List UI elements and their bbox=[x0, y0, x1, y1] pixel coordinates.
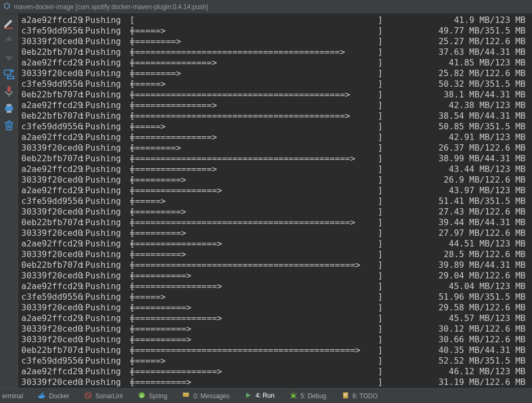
layer-hash: c3fe59dd9556 bbox=[21, 356, 80, 366]
progress-bar: =========> bbox=[130, 36, 378, 47]
layer-hash: a2ae92ffcd29 bbox=[21, 57, 80, 68]
toolwindow-debug-label: 5: Debug bbox=[301, 392, 327, 400]
layer-size: 38.54 MB/44.31 MB bbox=[383, 111, 532, 121]
layer-hash: c3fe59dd9556 bbox=[21, 292, 80, 302]
bracket-right: ] bbox=[378, 366, 383, 377]
layer-size: 25.82 MB/122.6 MB bbox=[383, 68, 532, 79]
bracket-right: ] bbox=[378, 143, 383, 153]
edit-icon[interactable] bbox=[3, 17, 15, 29]
layer-action: Pushing bbox=[85, 143, 124, 153]
layer-action: Pushing bbox=[85, 47, 124, 57]
bracket-left: [ bbox=[124, 260, 130, 270]
bracket-left: [ bbox=[124, 153, 130, 164]
layer-action: Pushing bbox=[85, 281, 124, 292]
colon: : bbox=[80, 143, 85, 153]
bracket-left: [ bbox=[124, 121, 130, 132]
layer-action: Pushing bbox=[85, 377, 124, 388]
layer-hash: a2ae92ffcd29 bbox=[21, 281, 80, 292]
svg-point-7 bbox=[139, 392, 145, 398]
layer-size: 40.35 MB/44.31 MB bbox=[383, 345, 532, 356]
console-line: 30339f20ced0: Pushing [===========> ] 30… bbox=[18, 334, 532, 345]
colon: : bbox=[80, 47, 85, 57]
console-line: 30339f20ced0: Pushing [==========> ] 27.… bbox=[18, 207, 532, 217]
main-area: a2ae92ffcd29: Pushing [ ] 41.9 MB/123 MB… bbox=[0, 14, 532, 388]
progress-bar: ==========> bbox=[130, 249, 378, 260]
layer-size: 27.97 MB/122.6 MB bbox=[383, 228, 532, 238]
console-line: a2ae92ffcd29: Pushing [ ] 41.9 MB/123 MB bbox=[18, 15, 532, 26]
layer-hash: a2ae92ffcd29 bbox=[21, 15, 80, 26]
layer-hash: c3fe59dd9556 bbox=[21, 79, 80, 89]
mic-icon[interactable] bbox=[3, 85, 15, 97]
bracket-left: [ bbox=[124, 143, 130, 153]
svg-rect-4 bbox=[6, 104, 11, 107]
bracket-right: ] bbox=[378, 153, 383, 164]
svg-rect-9 bbox=[183, 392, 189, 393]
bracket-right: ] bbox=[378, 217, 383, 228]
colon: : bbox=[80, 111, 85, 121]
progress-bar: ===========> bbox=[130, 377, 378, 388]
progress-bar: ==========> bbox=[130, 207, 378, 217]
layer-action: Pushing bbox=[85, 249, 124, 260]
console-line: 30339f20ced0: Pushing [=========> ] 25.2… bbox=[18, 36, 532, 47]
layer-size: 50.32 MB/351.5 MB bbox=[383, 79, 532, 89]
toolwindow-terminal[interactable]: erminal bbox=[2, 392, 23, 400]
toolwindow-spring[interactable]: Spring bbox=[138, 391, 168, 401]
toolwindow-messages[interactable]: 0: Messages bbox=[182, 391, 229, 401]
toolwindow-terminal-label: erminal bbox=[2, 392, 23, 400]
down-icon[interactable] bbox=[3, 51, 15, 63]
layer-hash: 30339f20ced0 bbox=[21, 324, 80, 334]
layer-size: 26.37 MB/122.6 MB bbox=[383, 143, 532, 153]
bracket-right: ] bbox=[378, 356, 383, 366]
colon: : bbox=[80, 228, 85, 238]
layer-action: Pushing bbox=[85, 207, 124, 217]
console-line: 30339f20ced0: Pushing [===========> ] 31… bbox=[18, 377, 532, 388]
bracket-right: ] bbox=[378, 260, 383, 270]
toolwindow-sonarlint[interactable]: SonarLint bbox=[84, 391, 122, 401]
bracket-right: ] bbox=[378, 111, 383, 121]
bracket-left: [ bbox=[124, 79, 130, 89]
progress-bar: ========================================… bbox=[130, 217, 378, 228]
colon: : bbox=[80, 313, 85, 324]
toolwindow-run[interactable]: 4: Run bbox=[244, 391, 274, 401]
colon: : bbox=[80, 217, 85, 228]
bracket-left: [ bbox=[124, 207, 130, 217]
console-output[interactable]: a2ae92ffcd29: Pushing [ ] 41.9 MB/123 MB… bbox=[18, 14, 532, 388]
trash-icon[interactable] bbox=[3, 119, 15, 131]
progress-bar: ======> bbox=[130, 292, 378, 302]
export-icon[interactable] bbox=[3, 68, 15, 80]
toolwindow-docker[interactable]: Docker bbox=[38, 391, 69, 401]
svg-rect-1 bbox=[4, 70, 11, 75]
toolwindow-debug[interactable]: 5: Debug bbox=[289, 391, 327, 401]
colon: : bbox=[80, 36, 85, 47]
layer-action: Pushing bbox=[85, 260, 124, 270]
layer-hash: 0eb22bfb707d bbox=[21, 345, 80, 356]
layer-action: Pushing bbox=[85, 89, 124, 100]
progress-bar: ======> bbox=[130, 121, 378, 132]
layer-size: 38.99 MB/44.31 MB bbox=[383, 153, 532, 164]
colon: : bbox=[80, 26, 85, 36]
bracket-left: [ bbox=[124, 15, 130, 26]
bracket-right: ] bbox=[378, 228, 383, 238]
layer-action: Pushing bbox=[85, 100, 124, 111]
layer-size: 41.9 MB/123 MB bbox=[383, 15, 532, 26]
print-icon[interactable] bbox=[3, 102, 15, 114]
layer-action: Pushing bbox=[85, 111, 124, 121]
bracket-left: [ bbox=[124, 132, 130, 143]
console-line: 0eb22bfb707d: Pushing [=================… bbox=[18, 153, 532, 164]
layer-size: 44.51 MB/123 MB bbox=[383, 238, 532, 249]
bracket-right: ] bbox=[378, 79, 383, 89]
console-line: a2ae92ffcd29: Pushing [=================… bbox=[18, 238, 532, 249]
progress-bar: ========================================… bbox=[130, 111, 378, 121]
console-line: 30339f20ced0: Pushing [==========> ] 28.… bbox=[18, 249, 532, 260]
layer-hash: a2ae92ffcd29 bbox=[21, 132, 80, 143]
colon: : bbox=[80, 153, 85, 164]
layer-hash: 30339f20ced0 bbox=[21, 270, 80, 281]
console-line: a2ae92ffcd29: Pushing [================>… bbox=[18, 132, 532, 143]
up-icon[interactable] bbox=[3, 34, 15, 46]
toolwindow-todo[interactable]: 6: TODO bbox=[342, 391, 378, 401]
layer-action: Pushing bbox=[85, 356, 124, 366]
console-line: a2ae92ffcd29: Pushing [================>… bbox=[18, 100, 532, 111]
toolwindow-messages-label: 0: Messages bbox=[193, 392, 229, 400]
run-config-tab[interactable]: maven-docker-image [com.spotify:docker-m… bbox=[3, 2, 208, 11]
docker-icon bbox=[38, 391, 46, 401]
